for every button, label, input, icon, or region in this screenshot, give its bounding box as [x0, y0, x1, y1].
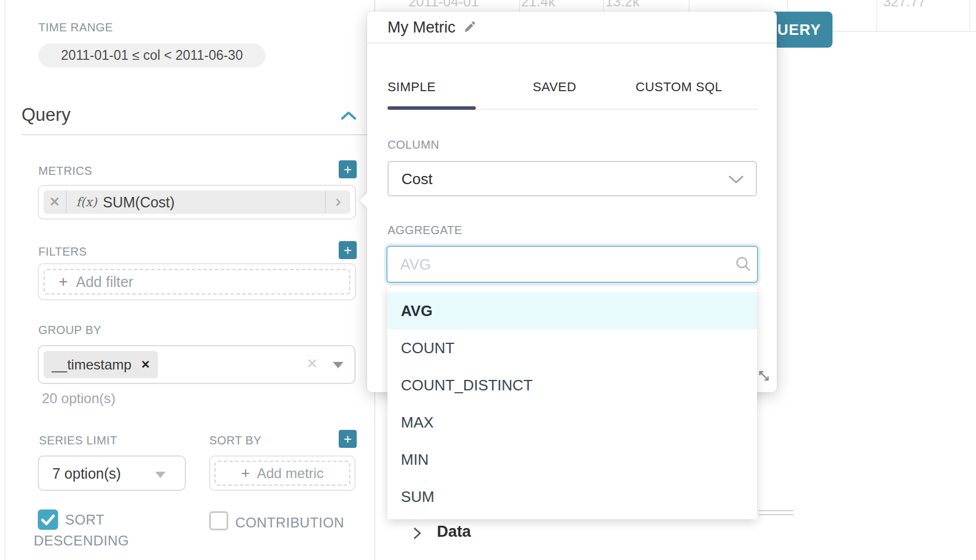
query-section-title: Query — [21, 105, 70, 125]
series-limit-select[interactable]: 7 option(s) — [38, 455, 186, 491]
sort-descending-label-line2: DESCENDING — [34, 533, 129, 549]
aggregate-option-max[interactable]: MAX — [387, 404, 757, 441]
group-by-select[interactable]: __timestamp ✕ × — [38, 345, 356, 384]
metric-pill-label: SUM(Cost) — [103, 194, 325, 211]
remove-metric-icon[interactable]: ✕ — [44, 191, 67, 214]
series-limit-label: SERIES LIMIT — [39, 434, 117, 447]
popover-title-row: My Metric — [387, 19, 477, 37]
add-sort-metric-placeholder: Add metric — [257, 465, 324, 482]
time-range-label: TIME RANGE — [38, 21, 113, 34]
metrics-label: METRICS — [38, 164, 92, 178]
tab-custom-sql[interactable]: CUSTOM SQL — [636, 80, 722, 95]
metric-expand-control[interactable]: › — [325, 191, 350, 214]
column-select-value: Cost — [401, 170, 432, 188]
add-filter-placeholder: Add filter — [76, 274, 134, 290]
plus-icon: + — [343, 243, 351, 257]
plus-icon: + — [343, 163, 351, 177]
table-column-border — [969, 0, 970, 31]
add-sort-metric-button[interactable]: + — [339, 430, 357, 448]
add-filter-dropzone[interactable]: + Add filter — [44, 269, 350, 295]
table-cell-value: 21.4k — [521, 0, 555, 10]
aggregate-option-sum[interactable]: SUM — [387, 478, 757, 515]
aggregate-input[interactable] — [386, 246, 758, 283]
aggregate-option-min[interactable]: MIN — [387, 441, 757, 478]
chevron-down-icon — [728, 175, 744, 186]
add-filter-button[interactable]: + — [339, 241, 357, 259]
sort-by-label: SORT BY — [209, 434, 261, 447]
plus-icon: + — [59, 273, 68, 291]
column-select[interactable]: Cost — [387, 161, 757, 196]
search-icon — [735, 256, 751, 274]
column-label: COLUMN — [387, 138, 439, 152]
caret-down-icon[interactable] — [333, 362, 343, 368]
aggregate-options-dropdown: AVG COUNT COUNT_DISTINCT MAX MIN SUM — [387, 287, 757, 519]
contribution-label: CONTRIBUTION — [235, 515, 344, 531]
aggregate-option-count-distinct[interactable]: COUNT_DISTINCT — [387, 367, 757, 404]
data-panel-title: Data — [437, 523, 471, 541]
splitter-handle[interactable] — [759, 514, 794, 515]
metrics-container: ✕ f(x) SUM(Cost) › — [38, 185, 356, 220]
remove-tag-icon[interactable]: ✕ — [141, 358, 150, 371]
filters-container: + Add filter — [38, 263, 356, 300]
tab-simple[interactable]: SIMPLE — [387, 80, 436, 95]
clear-select-icon[interactable]: × — [307, 353, 318, 374]
table-column-border — [876, 0, 877, 31]
metric-pill[interactable]: ✕ f(x) SUM(Cost) › — [44, 191, 350, 214]
sort-by-container: + Add metric — [209, 455, 356, 491]
plus-icon: + — [343, 432, 351, 446]
series-limit-value: 7 option(s) — [52, 465, 121, 482]
timestamp-tag-label: __timestamp — [52, 357, 131, 373]
panel-left-border — [5, 0, 6, 560]
popover-arrow — [360, 192, 376, 209]
add-metric-button[interactable]: + — [339, 160, 357, 178]
time-range-pill[interactable]: 2011-01-01 ≤ col < 2011-06-30 — [38, 44, 265, 67]
plus-icon: + — [241, 464, 250, 482]
fx-icon: f(x) — [76, 195, 97, 209]
timestamp-tag: __timestamp ✕ — [44, 351, 158, 378]
chevron-right-icon — [412, 526, 422, 543]
add-sort-metric-dropzone[interactable]: + Add metric — [214, 461, 350, 486]
group-by-label: GROUP BY — [38, 324, 101, 337]
popover-title: My Metric — [387, 19, 455, 37]
aggregate-option-avg[interactable]: AVG — [387, 292, 757, 329]
chevron-up-icon — [340, 113, 357, 123]
query-collapse-button[interactable] — [340, 110, 358, 123]
active-tab-underline — [387, 106, 476, 110]
table-cell-value: 13.2k — [605, 0, 640, 10]
section-divider — [21, 134, 371, 135]
tab-saved[interactable]: SAVED — [533, 80, 576, 95]
filters-label: FILTERS — [38, 245, 87, 259]
aggregate-label: AGGREGATE — [387, 224, 462, 237]
popover-resize-handle-icon[interactable] — [757, 369, 771, 385]
explore-chart-builder: 2011-04-01 00:00:00 21.4k 13.2k 327.77 D… — [0, 0, 976, 560]
popover-header-divider — [367, 42, 777, 44]
splitter-handle[interactable] — [759, 510, 794, 511]
chevron-right-icon: › — [335, 192, 341, 210]
table-cell-value: 327.77 — [883, 0, 925, 10]
aggregate-option-count[interactable]: COUNT — [387, 329, 757, 367]
sort-descending-label: SORT — [65, 512, 105, 528]
contribution-checkbox[interactable] — [209, 511, 228, 530]
caret-down-icon — [155, 472, 166, 478]
sort-descending-checkbox[interactable] — [38, 509, 58, 530]
data-panel-header[interactable]: Data — [412, 523, 586, 544]
group-by-options-hint: 20 option(s) — [42, 390, 116, 407]
edit-title-pencil-icon[interactable] — [464, 20, 477, 35]
check-icon — [38, 522, 58, 532]
